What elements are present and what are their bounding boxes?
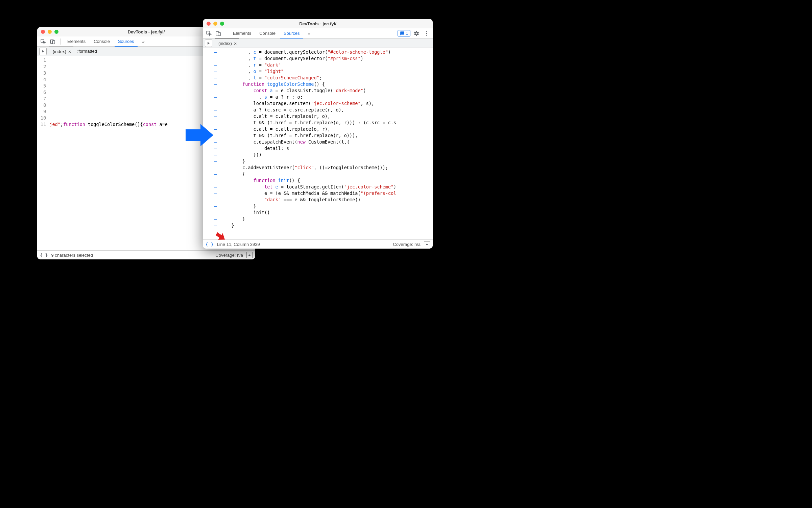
status-bar: { } Line 11, Column 3939 Coverage: n/a <box>203 239 433 249</box>
traffic-lights <box>207 22 224 26</box>
svg-point-7 <box>426 33 427 34</box>
tab-more[interactable]: » <box>139 36 148 47</box>
svg-rect-5 <box>218 32 220 36</box>
more-options-icon[interactable] <box>423 29 431 37</box>
code-content[interactable]: , c = document.querySelector("#color-sch… <box>219 48 396 239</box>
tab-console[interactable]: Console <box>90 36 113 47</box>
maximize-window-button[interactable] <box>220 22 224 26</box>
code-content[interactable]: jed";function toggleColorScheme(){const … <box>48 56 168 250</box>
selection-status: 9 characters selected <box>51 253 93 258</box>
maximize-window-button[interactable] <box>54 30 58 34</box>
file-tab-formatted[interactable]: :formatted <box>74 47 99 56</box>
coverage-status: Coverage: n/a <box>393 242 421 247</box>
file-tab-index[interactable]: (index) × <box>215 39 239 48</box>
close-window-button[interactable] <box>41 30 45 34</box>
tab-sources[interactable]: Sources <box>115 36 138 47</box>
close-window-button[interactable] <box>207 22 211 26</box>
file-tab-label: :formatted <box>77 47 97 56</box>
coverage-status: Coverage: n/a <box>215 253 243 258</box>
file-tab-label: (index) <box>218 39 232 48</box>
main-toolbar: Elements Console Sources » 1 <box>203 28 433 39</box>
devtools-window-right: DevTools - jec.fyi/ Elements Console Sou… <box>203 19 433 249</box>
svg-point-6 <box>426 31 427 32</box>
tab-elements[interactable]: Elements <box>64 36 89 47</box>
collapse-pane-icon[interactable] <box>424 241 430 247</box>
window-title: DevTools - jec.fyi/ <box>203 21 433 26</box>
pretty-print-button[interactable]: { } <box>206 242 213 247</box>
navigator-toggle-icon[interactable] <box>39 48 47 55</box>
tab-sources[interactable]: Sources <box>280 28 303 39</box>
code-editor[interactable]: – – – – – – – – – – – – – – – – – – – – … <box>203 48 433 239</box>
pretty-print-button[interactable]: { } <box>40 253 48 258</box>
tab-more[interactable]: » <box>305 28 314 39</box>
inspect-element-icon[interactable] <box>39 37 47 46</box>
file-tab-label: (index) <box>53 47 66 56</box>
svg-point-8 <box>426 34 427 35</box>
device-toggle-icon[interactable] <box>49 37 57 46</box>
tab-console[interactable]: Console <box>256 28 279 39</box>
minimize-window-button[interactable] <box>213 22 217 26</box>
traffic-lights <box>41 30 58 34</box>
svg-rect-2 <box>52 41 55 44</box>
titlebar: DevTools - jec.fyi/ <box>203 19 433 28</box>
tab-elements[interactable]: Elements <box>230 28 255 39</box>
status-bar: { } 9 characters selected Coverage: n/a <box>37 250 255 259</box>
separator <box>60 39 61 45</box>
close-tab-icon[interactable]: × <box>68 49 71 54</box>
separator <box>226 30 226 36</box>
file-tabs-bar: (index) × <box>203 39 433 48</box>
issues-count: 1 <box>406 31 408 36</box>
line-number-gutter: 1 2 3 4 5 6 7 8 9 10 11 <box>37 56 48 250</box>
device-toggle-icon[interactable] <box>214 29 222 37</box>
file-tab-index[interactable]: (index) × <box>49 47 73 56</box>
issues-badge[interactable]: 1 <box>398 30 410 36</box>
settings-icon[interactable] <box>412 29 421 37</box>
collapse-pane-icon[interactable] <box>246 252 253 258</box>
minimize-window-button[interactable] <box>48 30 52 34</box>
inspect-element-icon[interactable] <box>205 29 213 37</box>
navigator-toggle-icon[interactable] <box>205 40 212 47</box>
close-tab-icon[interactable]: × <box>234 41 237 46</box>
